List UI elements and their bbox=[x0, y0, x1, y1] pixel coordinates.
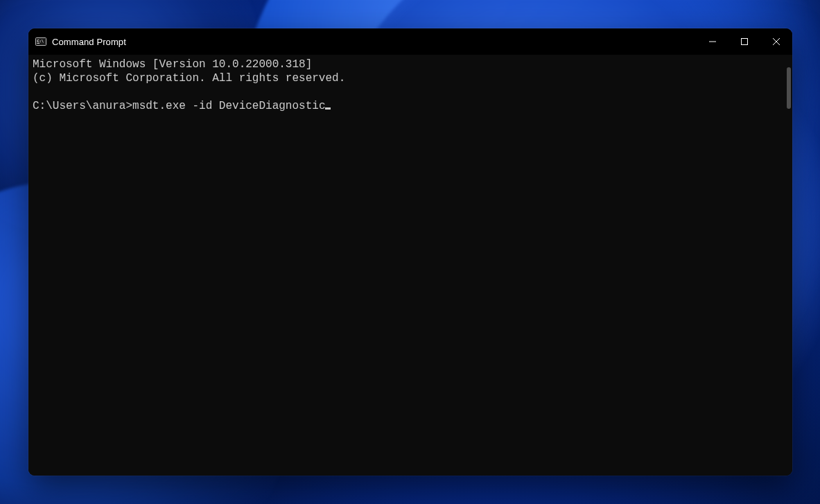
command-prompt-window: C:\ Command Prompt Microsoft Windows [Ve… bbox=[28, 28, 792, 476]
svg-rect-4 bbox=[742, 39, 748, 45]
titlebar[interactable]: C:\ Command Prompt bbox=[28, 28, 792, 55]
scrollbar[interactable] bbox=[784, 56, 791, 474]
close-button[interactable] bbox=[760, 28, 792, 55]
prompt-path: C:\Users\anura> bbox=[33, 100, 132, 112]
maximize-button[interactable] bbox=[729, 28, 760, 55]
cmd-icon: C:\ bbox=[35, 36, 46, 47]
minimize-button[interactable] bbox=[697, 28, 729, 55]
typed-command: msdt.exe -id DeviceDiagnostic bbox=[132, 100, 325, 112]
terminal-area[interactable]: Microsoft Windows [Version 10.0.22000.31… bbox=[28, 55, 792, 476]
text-cursor bbox=[325, 107, 331, 110]
window-title: Command Prompt bbox=[52, 37, 126, 47]
window-controls bbox=[697, 28, 792, 55]
titlebar-left: C:\ Command Prompt bbox=[35, 28, 126, 55]
svg-text:C:\: C:\ bbox=[37, 39, 44, 43]
scrollbar-thumb[interactable] bbox=[787, 67, 791, 109]
terminal-content: Microsoft Windows [Version 10.0.22000.31… bbox=[33, 58, 787, 113]
banner-line-1: Microsoft Windows [Version 10.0.22000.31… bbox=[33, 58, 312, 71]
banner-line-2: (c) Microsoft Corporation. All rights re… bbox=[33, 72, 345, 85]
